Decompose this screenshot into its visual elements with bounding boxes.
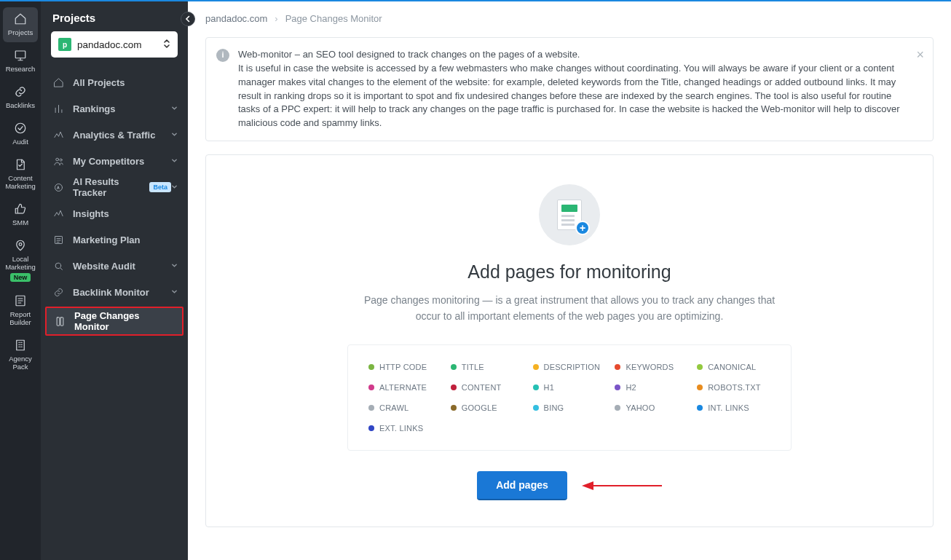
tag-label: ROBOTS.TXT: [708, 383, 760, 392]
color-dot-icon: [615, 384, 620, 390]
color-dot-icon: [451, 384, 457, 390]
color-dot-icon: [615, 364, 620, 370]
color-dot-icon: [451, 405, 457, 411]
rail-item-audit[interactable]: Audit: [3, 117, 38, 151]
pin-icon: [13, 238, 28, 253]
tag-title: TITLE: [451, 363, 524, 371]
home-icon: [51, 77, 66, 88]
rail-label: Projects: [8, 28, 33, 36]
project-logo-icon: p: [58, 38, 71, 51]
rail-item-content[interactable]: ContentMarketing: [3, 153, 38, 196]
sidebar-item-backlink-monitor[interactable]: Backlink Monitor: [41, 279, 188, 305]
tag-robots-txt: ROBOTS.TXT: [697, 383, 770, 392]
rail-label: LocalMarketing: [5, 255, 36, 271]
sidebar-item-website-audit[interactable]: Website Audit: [41, 253, 188, 279]
home-icon: [13, 12, 28, 26]
people-icon: [51, 156, 66, 167]
tag-int-links: INT. LINKS: [697, 403, 770, 412]
tag-label: H1: [544, 383, 555, 392]
tag-label: CONTENT: [462, 383, 502, 392]
tag-bing: BING: [533, 403, 607, 412]
empty-title: Add pages for monitoring: [228, 261, 911, 283]
tag-crawl: CRAWL: [368, 403, 442, 412]
sidebar-item-rankings[interactable]: Rankings: [41, 95, 188, 122]
add-pages-button[interactable]: Add pages: [477, 471, 567, 500]
breadcrumb-root[interactable]: pandadoc.com: [205, 13, 267, 24]
tag-label: KEYWORDS: [626, 363, 674, 371]
tag-yahoo: YAHOO: [615, 403, 688, 412]
doc-icon: [13, 157, 28, 172]
rail-label: Audit: [12, 138, 28, 146]
nav-label: Backlink Monitor: [73, 287, 171, 298]
info-icon: i: [216, 49, 229, 62]
sidebar-item-my-competitors[interactable]: My Competitors: [41, 148, 188, 174]
ai-icon: [51, 182, 66, 193]
tag-label: BING: [544, 403, 564, 412]
chevron-down-icon: [171, 131, 178, 139]
link-icon: [13, 84, 28, 99]
sidebar-item-marketing-plan[interactable]: Marketing Plan: [41, 226, 188, 253]
svg-point-1: [15, 123, 25, 133]
color-dot-icon: [697, 384, 703, 390]
rail-label: ReportBuilder: [9, 310, 31, 326]
beta-badge: Beta: [149, 182, 171, 192]
sidebar-item-analytics-traffic[interactable]: Analytics & Traffic: [41, 122, 188, 148]
nav-label: AI Results Tracker: [73, 176, 145, 198]
rail-item-backlinks[interactable]: Backlinks: [3, 80, 38, 115]
empty-subtitle: Page changes monitoring — is a great ins…: [351, 293, 788, 324]
sidebar-title: Projects: [41, 1, 188, 31]
svg-rect-0: [15, 51, 25, 58]
icon-rail: Projects Research Backlinks Audit Conten…: [0, 1, 41, 560]
sidebar-item-page-changes-monitor[interactable]: Page Changes Monitor: [45, 307, 184, 336]
color-dot-icon: [451, 364, 457, 370]
breadcrumb-current: Page Changes Monitor: [285, 13, 382, 24]
rail-item-local[interactable]: LocalMarketing New: [3, 234, 38, 288]
nav-label: Website Audit: [73, 261, 171, 272]
close-icon[interactable]: ×: [916, 45, 924, 64]
sidebar-item-insights[interactable]: Insights: [41, 200, 188, 226]
tag-ext-links: EXT. LINKS: [368, 424, 442, 433]
tag-http-code: HTTP CODE: [368, 363, 442, 371]
bars-icon: [51, 103, 66, 114]
tag-label: EXT. LINKS: [379, 424, 423, 433]
color-dot-icon: [697, 405, 703, 411]
new-badge: New: [10, 273, 31, 282]
report-icon: [13, 293, 28, 308]
tag-label: TITLE: [462, 363, 484, 371]
chain-icon: [51, 287, 66, 298]
breadcrumb: pandadoc.com › Page Changes Monitor: [188, 1, 951, 33]
color-dot-icon: [368, 405, 374, 411]
color-dot-icon: [533, 384, 539, 390]
nav-label: Marketing Plan: [73, 234, 178, 245]
tag-keywords: KEYWORDS: [615, 363, 688, 371]
svg-marker-13: [582, 481, 593, 490]
chevron-down-icon: [171, 262, 178, 270]
sidebar-item-ai-results-tracker[interactable]: AI Results Tracker Beta: [41, 174, 188, 200]
project-selector[interactable]: p pandadoc.com: [51, 31, 178, 58]
rail-item-smm[interactable]: SMM: [3, 197, 38, 232]
tag-label: DESCRIPTION: [544, 363, 601, 371]
screen-icon: [13, 48, 28, 63]
tag-label: HTTP CODE: [379, 363, 427, 371]
sidebar-item-all-projects[interactable]: All Projects: [41, 69, 188, 95]
rail-item-agency[interactable]: AgencyPack: [3, 334, 38, 376]
chevron-down-icon: [171, 288, 178, 296]
sidebar: Projects p pandadoc.com All Projects Ran…: [41, 1, 188, 560]
nav-label: Rankings: [73, 103, 171, 114]
info-body: It is useful in case the website is acce…: [238, 62, 904, 130]
magnify-icon: [51, 261, 66, 272]
rail-item-report[interactable]: ReportBuilder: [3, 289, 38, 332]
color-dot-icon: [533, 364, 539, 370]
sidebar-collapse-button[interactable]: [181, 12, 195, 26]
color-dot-icon: [368, 384, 374, 390]
tag-label: GOOGLE: [462, 403, 497, 412]
rail-item-research[interactable]: Research: [3, 44, 38, 79]
chevron-updown-icon: [163, 39, 170, 50]
rail-item-projects[interactable]: Projects: [3, 7, 38, 42]
empty-illustration: +: [539, 184, 600, 245]
info-callout: i × Web-monitor – an SEO tool designed t…: [205, 37, 934, 141]
annotation-arrow-icon: [582, 478, 662, 493]
info-lead: Web-monitor – an SEO tool designed to tr…: [238, 48, 904, 62]
tag-h1: H1: [533, 383, 607, 392]
tag-label: CRAWL: [379, 403, 409, 412]
